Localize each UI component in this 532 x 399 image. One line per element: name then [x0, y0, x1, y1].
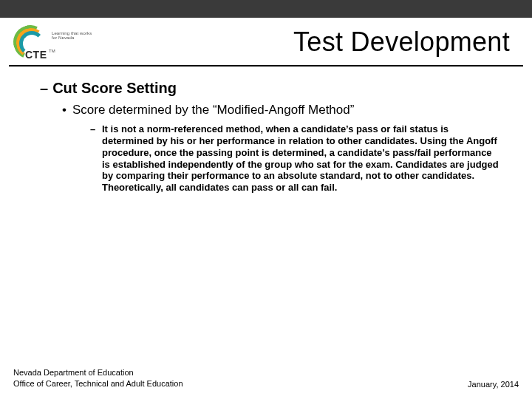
- bullet-icon: •: [62, 103, 66, 117]
- bullet-text: It is not a norm-referenced method, when…: [102, 123, 499, 193]
- footer-dept-line1: Nevada Department of Education: [13, 367, 183, 378]
- cte-logo: Learning that works for Nevada CTE TM: [12, 24, 93, 61]
- page-title: Test Development: [98, 27, 520, 58]
- content: –Cut Score Setting •Score determined by …: [0, 66, 532, 194]
- logo-name: CTE: [25, 49, 47, 61]
- footer-dept-line2: Office of Career, Technical and Adult Ed…: [13, 378, 183, 389]
- footer-dept: Nevada Department of Education Office of…: [13, 367, 183, 389]
- bullet-level-2: •Score determined by the “Modified-Angof…: [62, 103, 519, 117]
- footer-date: January, 2014: [468, 380, 519, 389]
- bullet-level-3: –It is not a norm-referenced method, whe…: [102, 123, 499, 194]
- bullet-text: Score determined by the “Modified-Angoff…: [72, 103, 354, 117]
- dash-icon: –: [40, 80, 48, 96]
- bullet-level-1: –Cut Score Setting: [40, 80, 519, 97]
- logo-tagline: Learning that works for Nevada: [52, 31, 93, 40]
- header: Learning that works for Nevada CTE TM Te…: [0, 18, 532, 64]
- bullet-text: Cut Score Setting: [52, 80, 177, 96]
- top-bar: [0, 0, 532, 18]
- dash-icon: –: [90, 123, 95, 135]
- slide: Learning that works for Nevada CTE TM Te…: [0, 0, 532, 399]
- logo-tm: TM: [49, 49, 55, 53]
- footer: Nevada Department of Education Office of…: [13, 367, 519, 389]
